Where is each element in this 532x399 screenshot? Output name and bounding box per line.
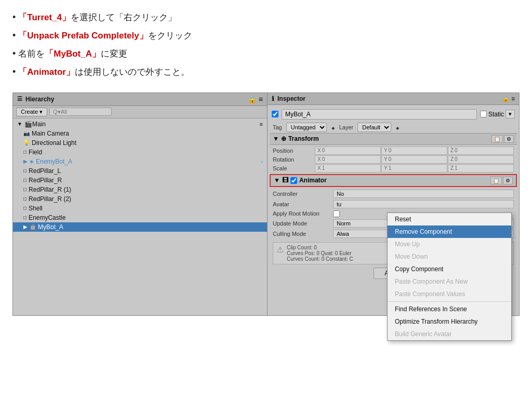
ctx-build-avatar: Build Generic Avatar (388, 328, 511, 340)
hierarchy-search[interactable] (49, 108, 112, 116)
update-mode-label: Update Mode (273, 220, 330, 227)
object-name-input[interactable] (282, 109, 477, 119)
options-icon: ≡ (260, 121, 263, 127)
ctx-remove-component[interactable]: Remove Component (388, 225, 511, 238)
instructions-area: 「Turret_4」を選択して「右クリック」 「Unpack Prefab Co… (0, 0, 532, 88)
ctx-reset[interactable]: Reset (388, 213, 511, 225)
ctx-move-up: Move Up (388, 238, 511, 250)
create-button[interactable]: Create ▾ (16, 108, 47, 116)
position-y[interactable]: Y 0 (381, 147, 447, 155)
hierarchy-title: Hierarchy (25, 96, 54, 103)
tag-dropdown[interactable]: Untagged (286, 123, 327, 132)
object-icon: □ (23, 177, 26, 183)
static-label: Static (488, 111, 504, 118)
scale-x[interactable]: X 1 (315, 164, 381, 172)
item-label: RedPillar_R (2) (29, 195, 71, 203)
hierarchy-item-redpillar-r1[interactable]: □ RedPillar_R (1) (13, 185, 267, 194)
arrow-icon: ▼ (17, 121, 22, 127)
controller-label: Controller (273, 191, 330, 197)
ctx-paste-as-new: Paste Component As New (388, 275, 511, 288)
rotation-x[interactable]: X 0 (315, 155, 381, 164)
layer-label: Layer (339, 124, 354, 130)
context-menu: Reset Remove Component Move Up Move Down… (387, 212, 512, 341)
item-label: Main Camera (32, 130, 69, 137)
ctx-paste-values: Paste Component Values (388, 288, 511, 300)
warning-icon: ⚠ (276, 245, 284, 262)
static-row: Static ▾ (480, 110, 515, 118)
hierarchy-item-redpillar-l[interactable]: □ RedPillar_L (13, 166, 267, 176)
hierarchy-item-light[interactable]: 💡 Directional Light (13, 138, 267, 148)
rotation-y[interactable]: Y 0 (381, 155, 447, 164)
unity-editor: ☰ Hierarchy 🔒 ≡ Create ▾ ▼ 🎬 Main ≡ 📷 Ma… (12, 92, 520, 316)
ctx-separator (388, 301, 511, 302)
scale-y[interactable]: Y 1 (381, 164, 447, 172)
transform-settings-tool[interactable]: ⚙ (504, 135, 514, 143)
hierarchy-item-redpillar-r[interactable]: □ RedPillar_R (13, 176, 267, 185)
hierarchy-item-main[interactable]: ▼ 🎬 Main ≡ (13, 119, 267, 129)
position-x[interactable]: X 0 (315, 147, 381, 155)
hierarchy-item-redpillar-r2[interactable]: □ RedPillar_R (2) (13, 194, 267, 204)
animator-active-checkbox[interactable] (290, 177, 297, 184)
inspector-panel: ℹ Inspector 🔒 ≡ Static ▾ Tag Untagged (268, 93, 519, 315)
static-dropdown-button[interactable]: ▾ (506, 110, 515, 118)
position-z[interactable]: Z 0 (448, 147, 514, 155)
inspector-pin-icon: 🔒 ≡ (502, 95, 515, 102)
hierarchy-item-enemycastle[interactable]: □ EnemyCastle (13, 213, 267, 222)
transform-copy-tool[interactable]: 📋 (491, 135, 503, 143)
scale-z[interactable]: Z 1 (448, 164, 514, 172)
scene-icon: 🎬 (24, 121, 32, 128)
animator-settings-tool[interactable]: ⚙ (503, 177, 513, 184)
warning-line1: Clip Count: 0 (287, 245, 353, 250)
ctx-optimize-hierarchy[interactable]: Optimize Transform Hierarchy (388, 315, 511, 328)
arrow-icon: ▶ (23, 224, 28, 230)
transform-title: Transform (288, 135, 319, 142)
item-label: EnemyBot_A (36, 158, 72, 165)
apply-root-motion-checkbox[interactable] (333, 210, 340, 217)
instruction-1-red: 「Turret_4」 (18, 12, 71, 22)
ctx-find-references[interactable]: Find References In Scene (388, 303, 511, 315)
tag-label: Tag (273, 124, 282, 130)
item-label: Shell (29, 205, 43, 212)
transform-header: ▼ ⊕ Transform 📋 ⚙ (270, 133, 517, 145)
arrow-right-icon: › (261, 158, 263, 165)
static-checkbox[interactable] (480, 111, 487, 117)
item-label: RedPillar_R (29, 177, 62, 184)
hierarchy-item-shell[interactable]: □ Shell (13, 204, 267, 213)
layer-dropdown[interactable]: Default (357, 123, 391, 132)
animator-copy-tool[interactable]: 📋 (490, 177, 502, 184)
instruction-2-red: 「Unpack Prefab Completely」 (18, 31, 148, 41)
expand-icon: ▼ (274, 177, 280, 184)
object-icon: □ (23, 215, 26, 220)
prefab-icon: ◈ (30, 158, 34, 164)
instruction-item-2: 「Unpack Prefab Completely」をクリック (12, 28, 520, 44)
instruction-list: 「Turret_4」を選択して「右クリック」 「Unpack Prefab Co… (12, 9, 520, 80)
item-label: Main (32, 121, 46, 128)
ctx-move-down: Move Down (388, 250, 511, 263)
controller-value[interactable]: No (333, 190, 514, 198)
instruction-4-red: 「Animator」 (18, 67, 75, 77)
expand-icon: ▼ (273, 135, 279, 142)
avatar-value[interactable]: tu (333, 200, 514, 208)
tag-divider: ⬥ (331, 123, 335, 131)
active-checkbox[interactable] (272, 111, 278, 117)
animator-icon: 🎞 (282, 177, 288, 184)
culling-mode-label: Culling Mode (273, 231, 330, 237)
hierarchy-item-enemybot[interactable]: ▶ ◈ EnemyBot_A › (13, 157, 267, 166)
rotation-z[interactable]: Z 0 (448, 155, 514, 164)
arrow-icon: ▶ (23, 158, 28, 164)
hierarchy-header: ☰ Hierarchy 🔒 ≡ (13, 93, 267, 106)
tag-layer-row: Tag Untagged ⬥ Layer Default ⬥ (270, 122, 517, 133)
ctx-copy-component[interactable]: Copy Component (388, 263, 511, 275)
avatar-row: Avatar tu (273, 199, 514, 209)
object-icon: □ (23, 205, 26, 211)
hierarchy-item-mybot[interactable]: ▶ 🤖 MyBot_A (13, 222, 267, 232)
hierarchy-panel: ☰ Hierarchy 🔒 ≡ Create ▾ ▼ 🎬 Main ≡ 📷 Ma… (13, 93, 268, 315)
avatar-label: Avatar (273, 201, 330, 207)
hierarchy-list: ▼ 🎬 Main ≡ 📷 Main Camera 💡 Directional L… (13, 118, 267, 315)
object-icon: □ (23, 168, 26, 174)
hierarchy-item-field[interactable]: □ Field (13, 148, 267, 157)
item-label: Field (29, 149, 42, 156)
hierarchy-item-camera[interactable]: 📷 Main Camera (13, 129, 267, 138)
animator-title: Animator (299, 177, 327, 184)
layer-divider: ⬥ (395, 123, 400, 131)
